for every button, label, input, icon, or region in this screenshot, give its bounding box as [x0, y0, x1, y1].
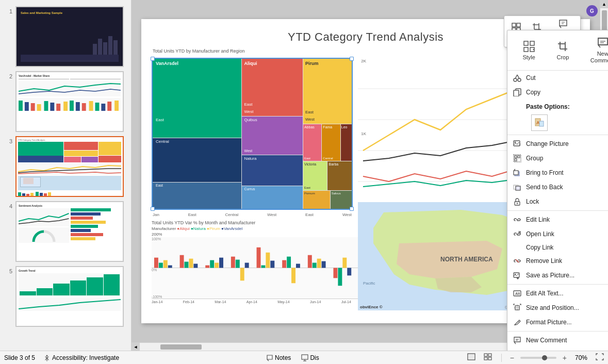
- svg-rect-20: [36, 192, 39, 196]
- ctx-storyboarding-item[interactable]: Storyboarding ▶: [507, 348, 608, 351]
- zoom-plus-button[interactable]: +: [563, 354, 567, 362]
- ctx-lock-item[interactable]: Lock: [507, 194, 608, 209]
- svg-rect-97: [530, 41, 534, 45]
- svg-rect-162: [488, 357, 491, 360]
- ctx-bring-to-front-item[interactable]: Bring to Front ▶: [507, 166, 608, 180]
- scroll-left-button[interactable]: ◄: [132, 343, 140, 351]
- svg-rect-18: [26, 194, 29, 196]
- slide-item-3[interactable]: 3 YTD Category Trend Analysis: [0, 134, 131, 199]
- svg-rect-52: [322, 261, 326, 268]
- svg-rect-22: [44, 193, 47, 196]
- main-area: 1 Sales and Marketing Sample: [0, 0, 608, 351]
- normal-view-button[interactable]: [466, 352, 476, 363]
- ctx-crop-icon: [556, 40, 569, 53]
- handle-br[interactable]: [350, 207, 354, 211]
- slide-panel: 1 Sales and Marketing Sample: [0, 0, 132, 351]
- copy-link-label: Copy Link: [526, 244, 608, 251]
- ctx-send-to-back-item[interactable]: Send to Back ▶: [507, 180, 608, 194]
- slide-thumb-1[interactable]: Sales and Marketing Sample: [15, 6, 124, 67]
- svg-text:Alt: Alt: [515, 292, 520, 295]
- slide-info: Slide 3 of 5: [4, 354, 35, 361]
- ctx-copy-item[interactable]: Copy: [507, 85, 608, 100]
- svg-rect-116: [539, 121, 544, 126]
- svg-rect-40: [245, 263, 249, 268]
- send-to-back-icon: [513, 183, 522, 192]
- paste-options-section: A: [507, 112, 608, 133]
- svg-line-111: [517, 75, 519, 79]
- svg-rect-5: [50, 103, 54, 111]
- svg-rect-38: [236, 260, 240, 268]
- display-button[interactable]: Dis: [298, 353, 322, 362]
- ctx-copy-link-item[interactable]: Copy Link: [507, 241, 608, 254]
- svg-rect-14: [107, 102, 111, 111]
- group-icon: [513, 154, 522, 163]
- zoom-level[interactable]: 70%: [573, 354, 589, 361]
- fit-to-window-button[interactable]: [596, 353, 604, 362]
- slide-item-5[interactable]: 5 Growth Trend: [0, 264, 131, 329]
- ctx-format-picture-item[interactable]: Format Picture...: [507, 315, 608, 329]
- ctx-edit-alt-text-item[interactable]: Alt Edit Alt Text...: [507, 286, 608, 301]
- cut-icon: [513, 73, 522, 82]
- ctx-remove-link-item[interactable]: Remove Link: [507, 254, 608, 268]
- slide-item-2[interactable]: 2 VanArsdel - Market Share: [0, 69, 131, 134]
- ctx-crop-button[interactable]: Crop: [550, 38, 575, 62]
- handle-tl[interactable]: [151, 57, 155, 61]
- ctx-change-picture-item[interactable]: Change Picture ▶: [507, 137, 608, 151]
- ctx-save-as-picture-item[interactable]: Save as Picture...: [507, 268, 608, 283]
- fit-window-icon: [596, 353, 604, 360]
- svg-rect-56: [347, 268, 351, 276]
- svg-rect-42: [261, 266, 265, 268]
- notes-button[interactable]: Notes: [263, 353, 294, 362]
- slide-thumb-3[interactable]: YTD Category Trend Analysis: [15, 136, 124, 197]
- slide-thumb-5[interactable]: Growth Trend: [15, 266, 124, 327]
- ctx-size-position-item[interactable]: Size and Position...: [507, 301, 608, 315]
- slide-item-4[interactable]: 4 Sentiment Analysis: [0, 199, 131, 264]
- size-position-label: Size and Position...: [526, 304, 608, 311]
- zoom-slider[interactable]: [520, 357, 556, 359]
- accessibility-status[interactable]: Accessibility: Investigate: [43, 354, 119, 361]
- svg-rect-84: [512, 23, 516, 27]
- slide-item-1[interactable]: 1 Sales and Marketing Sample: [0, 4, 131, 69]
- format-picture-label: Format Picture...: [526, 319, 608, 326]
- coauthor-avatar[interactable]: G: [586, 5, 598, 16]
- slide-thumb-4[interactable]: Sentiment Analysis: [15, 201, 124, 262]
- svg-rect-12: [95, 103, 100, 111]
- paste-keep-formatting-button[interactable]: A: [531, 114, 548, 131]
- svg-rect-113: [514, 90, 519, 96]
- svg-rect-27: [163, 260, 168, 268]
- slide-number-4: 4: [4, 203, 12, 209]
- svg-line-144: [518, 321, 519, 322]
- handle-bl[interactable]: [151, 207, 155, 211]
- svg-rect-45: [282, 260, 286, 268]
- svg-rect-15: [114, 101, 119, 111]
- svg-rect-96: [524, 41, 528, 45]
- svg-rect-51: [317, 259, 321, 268]
- handle-tr[interactable]: [350, 57, 354, 61]
- ctx-cut-item[interactable]: Cut: [507, 71, 608, 85]
- ctx-open-link-item[interactable]: Open Link: [507, 227, 608, 241]
- slide-sorter-button[interactable]: [483, 352, 493, 363]
- scroll-thumb-h[interactable]: [160, 344, 202, 350]
- ctx-style-icon: [523, 40, 535, 53]
- zoom-minus-button[interactable]: −: [510, 354, 514, 362]
- svg-rect-33: [205, 266, 209, 268]
- ctx-new-comment-item[interactable]: New Comment: [507, 333, 608, 348]
- svg-rect-54: [338, 268, 342, 286]
- svg-rect-49: [308, 255, 312, 268]
- ctx-style-button[interactable]: Style: [516, 38, 541, 62]
- ctx-group-item[interactable]: Group ▶: [507, 151, 608, 166]
- svg-rect-6: [56, 104, 60, 111]
- ctx-new-comment-button[interactable]: NewComment: [584, 35, 608, 66]
- ctx-edit-link-item[interactable]: Edit Link: [507, 212, 608, 227]
- copy-icon: [513, 88, 522, 97]
- slide-thumb-2[interactable]: VanArsdel - Market Share: [15, 71, 124, 132]
- zoom-thumb[interactable]: [542, 355, 547, 360]
- copy-label: Copy: [526, 89, 608, 96]
- svg-rect-13: [101, 104, 105, 111]
- svg-rect-160: [488, 354, 491, 356]
- svg-text:NORTH AMERICA: NORTH AMERICA: [440, 256, 493, 263]
- svg-rect-50: [313, 263, 317, 268]
- svg-rect-2: [31, 103, 35, 111]
- statusbar-left: Slide 3 of 5 Accessibility: Investigate: [4, 354, 119, 361]
- treemap-chart[interactable]: Total Units YTD by Manufacturer and Regi…: [152, 58, 353, 210]
